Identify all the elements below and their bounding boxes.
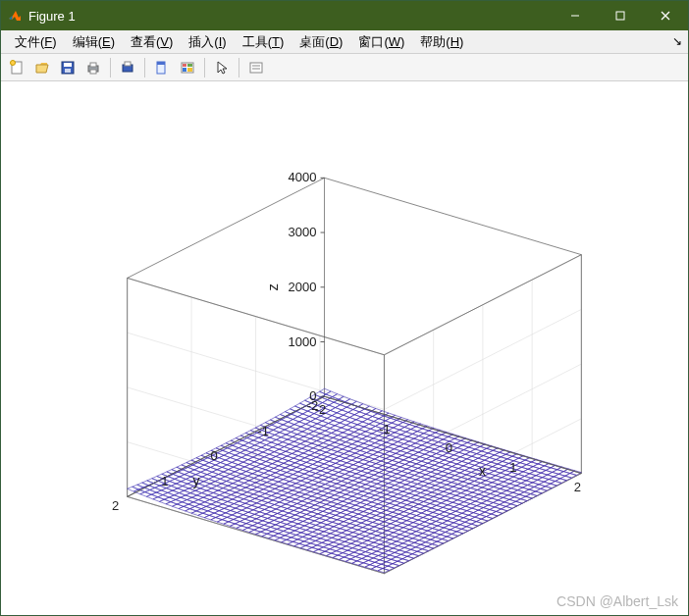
- close-button[interactable]: [643, 1, 688, 30]
- toolbar-separator: [110, 58, 111, 77]
- svg-rect-10: [90, 63, 96, 67]
- maximize-button[interactable]: [598, 1, 643, 30]
- svg-text:2: 2: [112, 498, 119, 513]
- svg-line-68: [325, 178, 582, 254]
- menu-desktop[interactable]: 桌面(D): [292, 31, 350, 53]
- print-preview-button[interactable]: [116, 56, 139, 79]
- data-cursor-button[interactable]: [150, 56, 174, 79]
- svg-text:x: x: [479, 463, 486, 479]
- svg-rect-20: [187, 68, 192, 72]
- new-figure-button[interactable]: [5, 56, 28, 79]
- figure-window: Figure 1 文件(F)编辑(E)查看(V)插入(I)工具(T)桌面(D)窗…: [0, 0, 689, 616]
- undock-icon[interactable]: ↘: [672, 34, 682, 48]
- open-button[interactable]: [30, 56, 54, 79]
- toolbar-separator: [238, 58, 239, 77]
- print-button[interactable]: [81, 56, 105, 79]
- pointer-button[interactable]: [210, 56, 234, 79]
- svg-text:2000: 2000: [289, 280, 317, 294]
- menu-insert[interactable]: 插入(I): [181, 31, 234, 53]
- svg-text:1000: 1000: [289, 334, 317, 349]
- legend-button[interactable]: [244, 56, 268, 79]
- menu-window[interactable]: 窗口(W): [350, 31, 412, 53]
- svg-rect-21: [250, 63, 262, 73]
- svg-text:-1: -1: [258, 424, 270, 438]
- svg-rect-8: [65, 69, 71, 73]
- minimize-button[interactable]: [553, 1, 598, 30]
- menu-bar: 文件(F)编辑(E)查看(V)插入(I)工具(T)桌面(D)窗口(W)帮助(H)…: [1, 30, 688, 54]
- svg-rect-7: [64, 63, 72, 67]
- axes-3d[interactable]: 01000200030004000-2-1012-2-1012zxy CSDN …: [1, 81, 688, 615]
- svg-rect-19: [183, 68, 186, 72]
- save-button[interactable]: [56, 56, 80, 79]
- svg-point-5: [11, 60, 16, 65]
- menu-view[interactable]: 查看(V): [123, 31, 181, 53]
- svg-text:4000: 4000: [289, 170, 317, 184]
- svg-rect-11: [90, 70, 96, 74]
- menu-help[interactable]: 帮助(H): [412, 31, 471, 53]
- svg-text:-1: -1: [379, 422, 391, 436]
- toolbar: [1, 54, 688, 81]
- menu-edit[interactable]: 编辑(E): [65, 31, 123, 53]
- svg-rect-1: [616, 12, 624, 20]
- toolbar-separator: [204, 58, 205, 77]
- svg-text:y: y: [193, 473, 200, 488]
- svg-text:2: 2: [574, 480, 581, 494]
- menu-tools[interactable]: 工具(T): [235, 31, 292, 53]
- colorbar-button[interactable]: [176, 56, 199, 79]
- svg-rect-15: [157, 62, 165, 65]
- menu-file[interactable]: 文件(F): [7, 31, 65, 53]
- matlab-icon: [7, 8, 23, 24]
- svg-text:1: 1: [509, 460, 516, 475]
- svg-text:1: 1: [161, 474, 168, 488]
- svg-rect-17: [183, 64, 186, 67]
- svg-text:-2: -2: [307, 398, 319, 413]
- window-title: Figure 1: [28, 9, 553, 24]
- title-bar: Figure 1: [1, 1, 688, 30]
- svg-rect-13: [125, 62, 131, 66]
- svg-text:0: 0: [446, 440, 452, 455]
- svg-text:0: 0: [210, 448, 217, 463]
- toolbar-separator: [144, 58, 145, 77]
- svg-rect-18: [187, 64, 192, 67]
- svg-text:3000: 3000: [289, 225, 317, 239]
- svg-text:z: z: [265, 283, 281, 290]
